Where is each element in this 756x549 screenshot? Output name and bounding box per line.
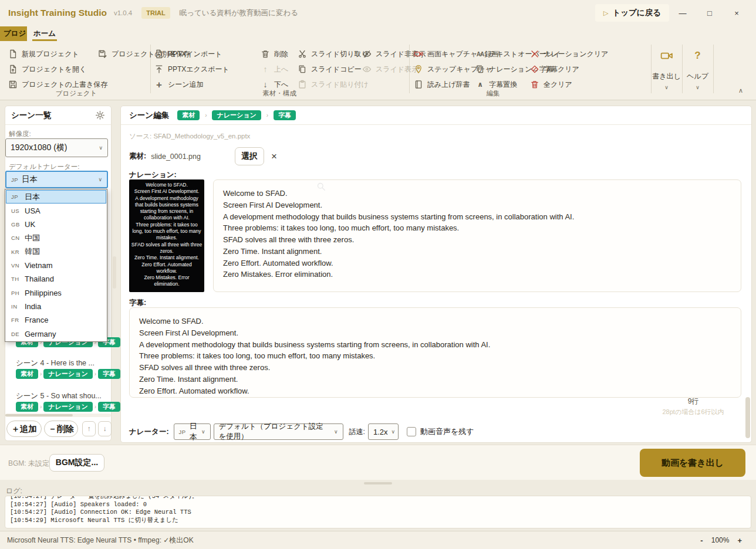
minimize-button[interactable]: — bbox=[669, 4, 696, 22]
narrator-option-de[interactable]: DEGermany bbox=[6, 327, 106, 341]
narration-textarea[interactable]: Welcome to SFAD. Screen First AI Develop… bbox=[213, 179, 741, 292]
add-scene-list-button[interactable]: ＋追加 bbox=[6, 421, 42, 437]
chevron-down-icon: ∨ bbox=[391, 429, 395, 435]
add-scene-button[interactable]: + シーン追加 bbox=[154, 79, 204, 90]
open-project-button[interactable]: プロジェクトを開く bbox=[8, 63, 86, 75]
new-project-button[interactable]: 新規プロジェクト bbox=[8, 48, 79, 60]
bgm-settings-button[interactable]: BGM設定... bbox=[49, 454, 104, 472]
subtitle-replace-label: 字幕置換 bbox=[489, 80, 517, 90]
subtitle-badge[interactable]: 字幕 bbox=[98, 369, 120, 379]
maximize-button[interactable]: □ bbox=[696, 4, 723, 22]
scene-move-up-button[interactable]: ↑ bbox=[82, 421, 96, 436]
narrator-option-cn[interactable]: CN中国 bbox=[6, 231, 106, 245]
close-button[interactable]: × bbox=[723, 4, 750, 22]
export-menu-button[interactable]: 書き出し ∨ bbox=[651, 45, 682, 96]
select-material-button[interactable]: 選択 bbox=[235, 147, 264, 165]
titlebar: Insight Training Studio v1.0.4 TRIAL 眠って… bbox=[0, 0, 756, 26]
editor-scrollbar-thumb[interactable] bbox=[745, 397, 750, 438]
back-to-top-button[interactable]: ▷ トップに戻る bbox=[595, 4, 669, 22]
slide-thumbnail[interactable]: Welcome to SFAD. Screen First AI Develop… bbox=[129, 179, 204, 292]
material-badge[interactable]: 素材 bbox=[177, 110, 200, 120]
narration-badge[interactable]: ナレーション bbox=[212, 110, 261, 120]
subtitle-replace-button[interactable]: ∧ 字幕置換 bbox=[475, 79, 517, 90]
subtitle-badge[interactable]: 字幕 bbox=[274, 110, 296, 120]
pptx-export-icon bbox=[154, 65, 164, 74]
subtitle-badge[interactable]: 字幕 bbox=[98, 402, 120, 412]
collapse-ribbon-icon[interactable]: ∧ bbox=[738, 87, 743, 94]
move-up-button[interactable]: ↑ 上へ bbox=[261, 63, 288, 75]
narration-badge[interactable]: ナレーション bbox=[43, 369, 92, 379]
narrator-row-label: ナレーター: bbox=[129, 427, 169, 437]
log-line: [10:54:29] Microsoft Neural TTS に切り替えました bbox=[10, 517, 746, 525]
narrator-option-us[interactable]: USUSA bbox=[6, 204, 106, 217]
material-badge[interactable]: 素材 bbox=[16, 369, 38, 379]
slide-copy-button[interactable]: スライドコピー bbox=[298, 63, 362, 75]
option-name: Vietnam bbox=[25, 261, 52, 270]
text-overlay-icon: AA bbox=[475, 49, 485, 59]
slide-cut-label: スライド切り取り bbox=[311, 49, 369, 59]
default-narrator-select[interactable]: JP 日本 ∨ bbox=[5, 171, 108, 188]
narrator-option-jp[interactable]: JP日本 bbox=[6, 190, 106, 204]
narrator-option-th[interactable]: THThailand bbox=[6, 272, 106, 286]
scene-item-title[interactable]: シーン 4 - Here is the ... bbox=[16, 358, 95, 368]
clear-material-icon[interactable]: × bbox=[271, 151, 277, 162]
slide-cut-button[interactable]: スライド切り取り bbox=[298, 48, 369, 60]
save-project-label: プロジェクトの上書き保存 bbox=[22, 80, 107, 90]
subtitle-clear-button[interactable]: 字幕クリア bbox=[530, 63, 579, 75]
voice-select[interactable]: デフォルト（プロジェクト設定を使用） ∨ bbox=[214, 423, 343, 440]
speed-select[interactable]: 1.2x ∨ bbox=[368, 423, 399, 440]
narrator-settings-row: ナレーター: JP 日本 ∨ デフォルト（プロジェクト設定を使用） ∨ 話速: … bbox=[129, 423, 474, 440]
export-video-button[interactable]: 動画を書き出し bbox=[640, 449, 745, 477]
narrator-option-kr[interactable]: KR韓国 bbox=[6, 245, 106, 258]
option-code: GB bbox=[11, 221, 21, 228]
narration-badge[interactable]: ナレーション bbox=[43, 402, 92, 412]
keep-audio-checkbox[interactable] bbox=[407, 427, 416, 436]
option-code: US bbox=[11, 208, 21, 214]
tab-project[interactable]: プロジェ bbox=[0, 26, 27, 41]
delete-scene-list-button[interactable]: －削除 bbox=[44, 421, 78, 437]
narrator-option-gb[interactable]: GBUK bbox=[6, 218, 106, 231]
move-down-button[interactable]: ↓ 下へ bbox=[261, 79, 288, 90]
tab-home[interactable]: ホーム bbox=[31, 26, 58, 41]
narrator-option-fr[interactable]: FRFrance bbox=[6, 313, 106, 327]
scene-item-title[interactable]: シーン 5 - So what shou... bbox=[16, 391, 102, 401]
splitter-handle[interactable] bbox=[364, 482, 392, 484]
reading-dictionary-button[interactable]: 読み上げ辞書 bbox=[414, 79, 470, 90]
narrator-option-vn[interactable]: VNVietnam bbox=[6, 259, 106, 272]
zoom-out-button[interactable]: - bbox=[700, 536, 703, 545]
option-code: FR bbox=[11, 317, 21, 323]
help-menu-button[interactable]: ? ヘルプ ∨ bbox=[682, 45, 713, 96]
delete-button[interactable]: 削除 bbox=[261, 48, 288, 60]
save-project-button[interactable]: プロジェクトの上書き保存 bbox=[8, 79, 107, 90]
pptx-import-icon bbox=[154, 49, 164, 59]
subtitle-label: 字幕: bbox=[129, 298, 146, 308]
duplicate-document-icon bbox=[475, 65, 485, 74]
pptx-import-button[interactable]: PPTXインポート bbox=[154, 48, 222, 60]
log-line: [10:54:27] [Audio] Speakers loaded: 0 bbox=[10, 501, 746, 509]
sidebar-scrollbar-thumb[interactable] bbox=[113, 256, 116, 289]
badge-separator: › bbox=[93, 404, 98, 410]
resolution-select[interactable]: 1920x1080 (横) ∨ bbox=[5, 138, 108, 157]
line-count: 9行 bbox=[632, 396, 755, 406]
slide-show-button[interactable]: スライド表示 bbox=[362, 63, 419, 75]
option-name: France bbox=[25, 316, 48, 324]
scrollbar-thumb[interactable] bbox=[5, 414, 73, 416]
slide-paste-button[interactable]: スライド貼り付け bbox=[298, 79, 369, 90]
option-name: 韓国 bbox=[25, 246, 40, 257]
gear-icon[interactable] bbox=[95, 110, 105, 120]
scene-move-down-button[interactable]: ↓ bbox=[98, 421, 112, 436]
zoom-in-button[interactable]: + bbox=[737, 536, 742, 545]
pptx-export-button[interactable]: PPTXエクスポート bbox=[154, 63, 230, 75]
narrator-option-in[interactable]: INIndia bbox=[6, 300, 106, 313]
narration-clear-button[interactable]: ナレーションクリア bbox=[530, 48, 608, 60]
magnifier-icon[interactable] bbox=[316, 182, 326, 191]
subtitle-textarea[interactable]: Welcome to SFAD. Screen First AI Develop… bbox=[129, 307, 741, 398]
clear-all-button[interactable]: 全クリア bbox=[530, 79, 572, 90]
option-name: Germany bbox=[25, 330, 56, 338]
save-icon bbox=[8, 80, 18, 89]
scene-editor-title: シーン編集 bbox=[129, 110, 169, 121]
scene-narrator-select[interactable]: JP 日本 ∨ bbox=[174, 423, 211, 440]
x-clear-icon bbox=[530, 49, 539, 59]
material-badge[interactable]: 素材 bbox=[16, 402, 38, 412]
narrator-option-ph[interactable]: PHPhilippines bbox=[6, 286, 106, 300]
